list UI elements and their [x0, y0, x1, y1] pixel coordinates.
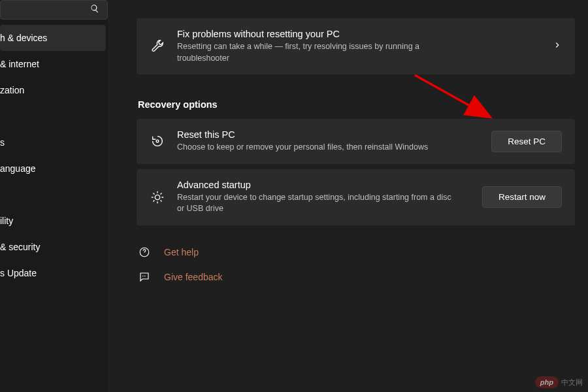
reset-icon: [150, 134, 165, 148]
restart-now-button[interactable]: Restart now: [482, 186, 562, 208]
svg-point-1: [155, 195, 159, 199]
sidebar-item-accounts[interactable]: s: [0, 129, 108, 155]
watermark-badge: php: [535, 376, 559, 388]
sidebar-item-accessibility[interactable]: ility: [0, 208, 108, 234]
sidebar-item-apps[interactable]: [0, 103, 108, 129]
sidebar: h & devices & internet zation s anguage …: [0, 0, 108, 392]
main-content: Fix problems without resetting your PC R…: [108, 0, 588, 392]
reset-pc-card: Reset this PC Choose to keep or remove y…: [137, 119, 575, 164]
search-input[interactable]: [0, 0, 108, 20]
sidebar-item-time-language[interactable]: anguage: [0, 155, 108, 182]
sidebar-item-bluetooth-devices[interactable]: h & devices: [0, 25, 106, 51]
help-icon: [137, 246, 152, 258]
advanced-startup-card: Advanced startup Restart your device to …: [137, 169, 575, 225]
sidebar-item-privacy-security[interactable]: & security: [0, 234, 108, 260]
chevron-right-icon: [553, 41, 562, 52]
feedback-icon: [137, 271, 152, 283]
svg-point-3: [142, 275, 144, 276]
sidebar-item-gaming[interactable]: [0, 182, 108, 208]
watermark: php 中文网: [535, 376, 583, 388]
footer-links: Get help Give feedback: [137, 242, 575, 287]
wrench-icon: [150, 39, 165, 54]
sidebar-item-personalization[interactable]: zation: [0, 77, 108, 103]
troubleshoot-title: Fix problems without resetting your PC: [177, 29, 541, 39]
troubleshoot-card[interactable]: Fix problems without resetting your PC R…: [137, 18, 575, 74]
advanced-title: Advanced startup: [177, 180, 470, 190]
sidebar-item-windows-update[interactable]: s Update: [0, 260, 108, 286]
give-feedback-label: Give feedback: [164, 272, 223, 282]
reset-desc: Choose to keep or remove your personal f…: [177, 142, 458, 154]
startup-icon: [150, 190, 165, 204]
svg-point-4: [144, 275, 146, 276]
reset-pc-button[interactable]: Reset PC: [491, 131, 562, 152]
give-feedback-link[interactable]: Give feedback: [137, 267, 575, 287]
search-icon: [90, 4, 99, 16]
get-help-label: Get help: [164, 247, 199, 257]
advanced-desc: Restart your device to change startup se…: [177, 192, 458, 215]
reset-title: Reset this PC: [177, 129, 480, 140]
recovery-options-heading: Recovery options: [138, 99, 575, 110]
watermark-text: 中文网: [561, 378, 583, 387]
svg-point-0: [156, 140, 159, 142]
get-help-link[interactable]: Get help: [137, 242, 575, 262]
sidebar-item-network-internet[interactable]: & internet: [0, 51, 108, 77]
troubleshoot-desc: Resetting can take a while — first, try …: [177, 41, 458, 64]
